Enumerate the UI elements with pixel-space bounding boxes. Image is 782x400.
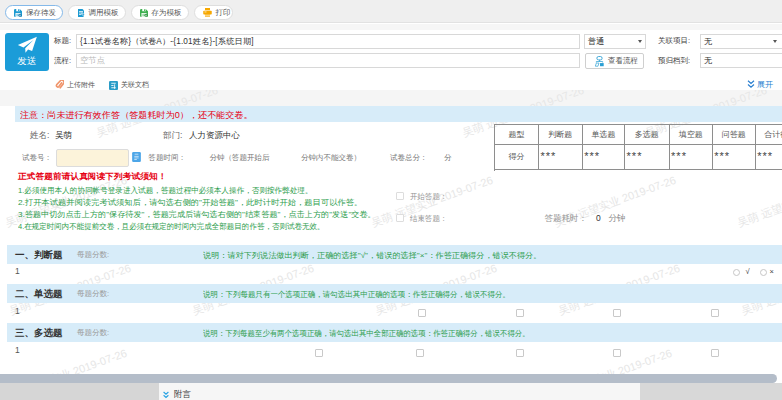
svg-text:吴萌 远望实业 2019-07-26: 吴萌 远望实业 2019-07-26 [736, 174, 782, 229]
